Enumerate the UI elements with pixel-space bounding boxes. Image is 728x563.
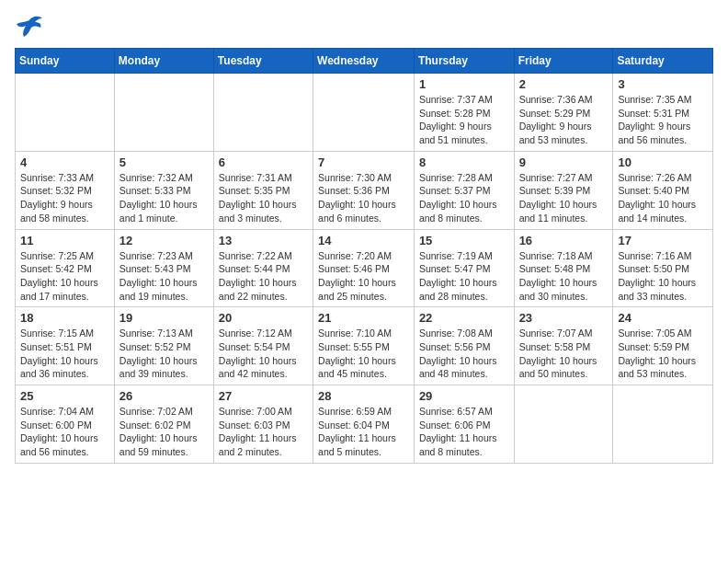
calendar-cell: 4Sunrise: 7:33 AM Sunset: 5:32 PM Daylig… <box>16 151 115 229</box>
day-number: 14 <box>318 234 409 247</box>
day-info: Sunrise: 7:37 AM Sunset: 5:28 PM Dayligh… <box>419 93 509 147</box>
calendar-cell: 16Sunrise: 7:18 AM Sunset: 5:48 PM Dayli… <box>514 229 613 307</box>
calendar-week-row: 4Sunrise: 7:33 AM Sunset: 5:32 PM Daylig… <box>16 151 713 229</box>
calendar-cell: 8Sunrise: 7:28 AM Sunset: 5:37 PM Daylig… <box>414 151 514 229</box>
day-number: 25 <box>20 389 109 403</box>
day-number: 16 <box>519 234 609 247</box>
day-info: Sunrise: 7:30 AM Sunset: 5:36 PM Dayligh… <box>318 171 409 225</box>
day-info: Sunrise: 7:18 AM Sunset: 5:48 PM Dayligh… <box>519 249 609 304</box>
calendar-cell: 27Sunrise: 7:00 AM Sunset: 6:03 PM Dayli… <box>213 385 313 464</box>
day-number: 3 <box>618 77 708 91</box>
day-number: 10 <box>618 155 708 169</box>
day-number: 6 <box>219 155 308 169</box>
calendar-cell <box>514 385 613 464</box>
day-info: Sunrise: 7:16 AM Sunset: 5:50 PM Dayligh… <box>618 249 708 304</box>
day-info: Sunrise: 7:28 AM Sunset: 5:37 PM Dayligh… <box>419 171 509 225</box>
calendar-cell: 6Sunrise: 7:31 AM Sunset: 5:35 PM Daylig… <box>213 151 313 229</box>
day-info: Sunrise: 7:19 AM Sunset: 5:47 PM Dayligh… <box>419 249 509 304</box>
day-info: Sunrise: 7:12 AM Sunset: 5:54 PM Dayligh… <box>219 327 308 381</box>
day-info: Sunrise: 6:59 AM Sunset: 6:04 PM Dayligh… <box>318 405 409 459</box>
day-info: Sunrise: 7:27 AM Sunset: 5:39 PM Dayligh… <box>519 171 609 225</box>
calendar-cell: 15Sunrise: 7:19 AM Sunset: 5:47 PM Dayli… <box>414 229 514 307</box>
calendar-cell: 10Sunrise: 7:26 AM Sunset: 5:40 PM Dayli… <box>613 151 713 229</box>
calendar-cell: 19Sunrise: 7:13 AM Sunset: 5:52 PM Dayli… <box>114 307 213 385</box>
calendar-week-row: 11Sunrise: 7:25 AM Sunset: 5:42 PM Dayli… <box>16 229 713 307</box>
calendar-cell: 17Sunrise: 7:16 AM Sunset: 5:50 PM Dayli… <box>613 229 713 307</box>
day-number: 24 <box>618 311 708 325</box>
logo <box>15 15 48 40</box>
calendar-cell <box>16 74 115 152</box>
day-number: 22 <box>419 311 509 325</box>
day-info: Sunrise: 7:00 AM Sunset: 6:03 PM Dayligh… <box>219 405 308 459</box>
calendar-week-row: 1Sunrise: 7:37 AM Sunset: 5:28 PM Daylig… <box>16 74 713 152</box>
day-info: Sunrise: 7:31 AM Sunset: 5:35 PM Dayligh… <box>219 171 308 225</box>
day-info: Sunrise: 7:32 AM Sunset: 5:33 PM Dayligh… <box>119 171 209 225</box>
page-header <box>15 15 713 40</box>
day-info: Sunrise: 7:13 AM Sunset: 5:52 PM Dayligh… <box>119 327 209 381</box>
calendar-cell: 11Sunrise: 7:25 AM Sunset: 5:42 PM Dayli… <box>16 229 115 307</box>
calendar-cell: 29Sunrise: 6:57 AM Sunset: 6:06 PM Dayli… <box>414 385 514 464</box>
day-info: Sunrise: 7:02 AM Sunset: 6:02 PM Dayligh… <box>119 405 209 459</box>
weekday-header: Thursday <box>414 49 514 74</box>
weekday-header: Tuesday <box>213 49 313 74</box>
calendar-cell: 5Sunrise: 7:32 AM Sunset: 5:33 PM Daylig… <box>114 151 213 229</box>
day-number: 27 <box>219 389 308 403</box>
day-number: 5 <box>119 155 209 169</box>
calendar-cell: 13Sunrise: 7:22 AM Sunset: 5:44 PM Dayli… <box>213 229 313 307</box>
weekday-header: Sunday <box>16 49 115 74</box>
day-number: 29 <box>419 389 509 403</box>
calendar-table: SundayMondayTuesdayWednesdayThursdayFrid… <box>15 48 713 464</box>
calendar-header-row: SundayMondayTuesdayWednesdayThursdayFrid… <box>16 49 713 74</box>
day-number: 19 <box>119 311 209 325</box>
day-number: 7 <box>318 155 409 169</box>
calendar-cell: 3Sunrise: 7:35 AM Sunset: 5:31 PM Daylig… <box>613 74 713 152</box>
day-number: 21 <box>318 311 409 325</box>
day-info: Sunrise: 7:22 AM Sunset: 5:44 PM Dayligh… <box>219 249 308 304</box>
day-number: 2 <box>519 77 609 91</box>
day-number: 15 <box>419 234 509 247</box>
calendar-cell: 28Sunrise: 6:59 AM Sunset: 6:04 PM Dayli… <box>313 385 415 464</box>
calendar-cell: 7Sunrise: 7:30 AM Sunset: 5:36 PM Daylig… <box>313 151 415 229</box>
day-number: 4 <box>20 155 109 169</box>
calendar-cell: 18Sunrise: 7:15 AM Sunset: 5:51 PM Dayli… <box>16 307 115 385</box>
day-info: Sunrise: 7:07 AM Sunset: 5:58 PM Dayligh… <box>519 327 609 381</box>
weekday-header: Saturday <box>613 49 713 74</box>
day-number: 11 <box>20 234 109 247</box>
weekday-header: Wednesday <box>313 49 415 74</box>
calendar-cell: 24Sunrise: 7:05 AM Sunset: 5:59 PM Dayli… <box>613 307 713 385</box>
day-info: Sunrise: 7:05 AM Sunset: 5:59 PM Dayligh… <box>618 327 708 381</box>
day-info: Sunrise: 7:20 AM Sunset: 5:46 PM Dayligh… <box>318 249 409 304</box>
day-info: Sunrise: 7:33 AM Sunset: 5:32 PM Dayligh… <box>20 171 109 225</box>
day-number: 9 <box>519 155 609 169</box>
day-number: 26 <box>119 389 209 403</box>
day-info: Sunrise: 7:15 AM Sunset: 5:51 PM Dayligh… <box>20 327 109 381</box>
calendar-cell: 26Sunrise: 7:02 AM Sunset: 6:02 PM Dayli… <box>114 385 213 464</box>
calendar-cell: 23Sunrise: 7:07 AM Sunset: 5:58 PM Dayli… <box>514 307 613 385</box>
calendar-week-row: 25Sunrise: 7:04 AM Sunset: 6:00 PM Dayli… <box>16 385 713 464</box>
calendar-cell: 25Sunrise: 7:04 AM Sunset: 6:00 PM Dayli… <box>16 385 115 464</box>
calendar-cell: 1Sunrise: 7:37 AM Sunset: 5:28 PM Daylig… <box>414 74 514 152</box>
day-number: 12 <box>119 234 209 247</box>
calendar-cell: 9Sunrise: 7:27 AM Sunset: 5:39 PM Daylig… <box>514 151 613 229</box>
day-number: 20 <box>219 311 308 325</box>
day-number: 13 <box>219 234 308 247</box>
day-number: 17 <box>618 234 708 247</box>
calendar-cell: 20Sunrise: 7:12 AM Sunset: 5:54 PM Dayli… <box>213 307 313 385</box>
day-number: 1 <box>419 77 509 91</box>
day-info: Sunrise: 7:10 AM Sunset: 5:55 PM Dayligh… <box>318 327 409 381</box>
calendar-cell <box>313 74 415 152</box>
day-info: Sunrise: 7:36 AM Sunset: 5:29 PM Dayligh… <box>519 93 609 147</box>
day-info: Sunrise: 7:04 AM Sunset: 6:00 PM Dayligh… <box>20 405 109 459</box>
day-number: 23 <box>519 311 609 325</box>
weekday-header: Monday <box>114 49 213 74</box>
calendar-cell <box>613 385 713 464</box>
day-info: Sunrise: 7:35 AM Sunset: 5:31 PM Dayligh… <box>618 93 708 147</box>
day-number: 28 <box>318 389 409 403</box>
calendar-cell <box>213 74 313 152</box>
calendar-cell: 2Sunrise: 7:36 AM Sunset: 5:29 PM Daylig… <box>514 74 613 152</box>
day-info: Sunrise: 7:08 AM Sunset: 5:56 PM Dayligh… <box>419 327 509 381</box>
logo-icon <box>15 15 44 40</box>
day-number: 8 <box>419 155 509 169</box>
calendar-cell: 22Sunrise: 7:08 AM Sunset: 5:56 PM Dayli… <box>414 307 514 385</box>
day-info: Sunrise: 6:57 AM Sunset: 6:06 PM Dayligh… <box>419 405 509 459</box>
